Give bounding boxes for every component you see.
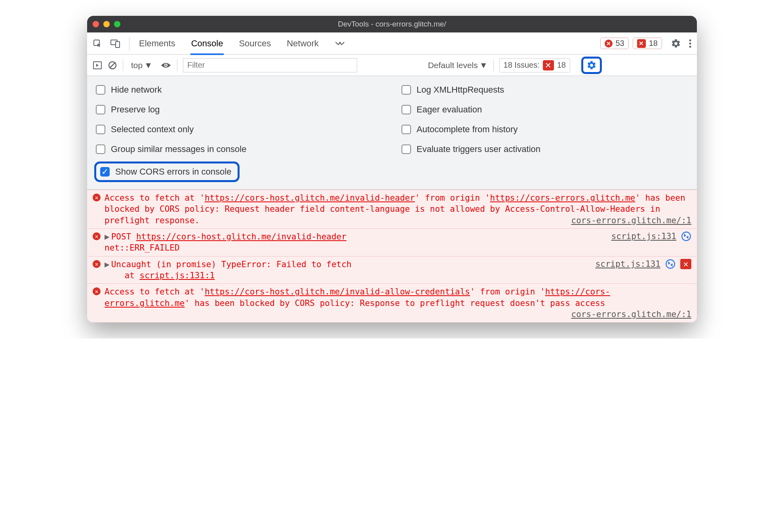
- message-text: ▶POST https://cors-host.glitch.me/invali…: [105, 231, 607, 254]
- checkbox-icon: [96, 105, 105, 114]
- network-fetch-icon[interactable]: [681, 231, 691, 241]
- setting-label: Selected context only: [111, 124, 194, 135]
- console-error-row[interactable]: ✕ Access to fetch at 'https://cors-host.…: [87, 190, 697, 229]
- inspect-icon[interactable]: [93, 39, 102, 48]
- console-settings-panel: Hide network Preserve log Selected conte…: [87, 76, 697, 190]
- message-text: Access to fetch at 'https://cors-host.gl…: [105, 192, 691, 226]
- clear-console-icon[interactable]: [108, 61, 117, 70]
- traffic-lights: [93, 21, 120, 27]
- checkbox-checked-icon: ✓: [100, 167, 110, 177]
- device-toggle-icon[interactable]: [110, 39, 120, 48]
- message-text: Access to fetch at 'https://cors-host.gl…: [105, 286, 691, 320]
- disclosure-triangle-icon[interactable]: ▶: [105, 231, 110, 242]
- setting-label: Log XMLHttpRequests: [417, 85, 504, 95]
- setting-log-xhr[interactable]: Log XMLHttpRequests: [400, 80, 690, 100]
- svg-line-8: [110, 63, 115, 68]
- setting-eager-eval[interactable]: Eager evaluation: [400, 100, 690, 120]
- live-expression-icon[interactable]: [160, 61, 171, 69]
- url-link[interactable]: https://cors-host.glitch.me/invalid-head…: [136, 232, 346, 241]
- svg-point-10: [682, 232, 691, 241]
- more-tabs-icon[interactable]: [334, 39, 346, 48]
- error-icon: ✕: [93, 232, 101, 240]
- setting-label: Eager evaluation: [417, 104, 482, 115]
- error-icon: ✕: [93, 260, 101, 268]
- setting-label: Preserve log: [111, 104, 160, 115]
- source-link[interactable]: cors-errors.glitch.me/:1: [571, 309, 691, 320]
- source-link[interactable]: script.js:131: [611, 232, 676, 241]
- checkbox-icon: [96, 144, 105, 154]
- console-messages: ✕ Access to fetch at 'https://cors-host.…: [87, 190, 697, 323]
- dropdown-triangle-icon: ▼: [144, 61, 152, 70]
- window-title: DevTools - cors-errors.glitch.me/: [87, 20, 697, 28]
- stack-link[interactable]: script.js:131:1: [140, 271, 215, 280]
- tab-console[interactable]: Console: [190, 34, 224, 55]
- console-error-row[interactable]: ✕ Access to fetch at 'https://cors-host.…: [87, 284, 697, 323]
- context-selector[interactable]: top ▼: [129, 61, 155, 70]
- setting-label: Hide network: [111, 85, 162, 95]
- console-error-row[interactable]: ✕ ▶POST https://cors-host.glitch.me/inva…: [87, 229, 697, 256]
- issues-label: 18 Issues:: [504, 61, 540, 70]
- minimize-window-button[interactable]: [103, 21, 110, 27]
- message-text: ▶Uncaught (in promise) TypeError: Failed…: [105, 259, 592, 281]
- settings-gear-icon[interactable]: [671, 38, 681, 49]
- checkbox-icon: [96, 125, 105, 134]
- svg-point-3: [689, 39, 691, 41]
- checkbox-icon: [96, 85, 105, 95]
- console-settings-button[interactable]: [581, 57, 602, 74]
- issues-count-inline: 18: [557, 61, 566, 70]
- source-link[interactable]: cors-errors.glitch.me/:1: [571, 215, 691, 226]
- main-tabbar: Elements Console Sources Network ✕ 53 ✕ …: [87, 32, 697, 55]
- console-toolbar: top ▼ Default levels ▼ 18 Issues: ✕ 18: [87, 55, 697, 76]
- log-levels-dropdown[interactable]: Default levels ▼: [428, 61, 488, 70]
- tab-network[interactable]: Network: [286, 34, 320, 53]
- error-icon: ✕: [605, 40, 613, 48]
- url-link[interactable]: https://cors-host.glitch.me/invalid-allo…: [205, 287, 470, 296]
- setting-label: Autocomplete from history: [417, 124, 518, 135]
- error-icon: ✕: [93, 287, 101, 295]
- error-icon: ✕: [93, 194, 101, 201]
- kebab-menu-icon[interactable]: [689, 39, 691, 48]
- errors-count: 53: [616, 39, 624, 48]
- issue-chat-icon[interactable]: ✕: [680, 259, 691, 269]
- svg-point-4: [689, 42, 691, 44]
- svg-point-9: [165, 65, 167, 66]
- tab-sources[interactable]: Sources: [238, 34, 272, 53]
- checkbox-icon: [402, 125, 411, 134]
- issues-summary[interactable]: 18 Issues: ✕ 18: [499, 58, 570, 72]
- setting-label: Group similar messages in console: [111, 144, 246, 154]
- tab-elements[interactable]: Elements: [138, 34, 176, 53]
- console-error-row[interactable]: ✕ ▶Uncaught (in promise) TypeError: Fail…: [87, 256, 697, 284]
- issues-badge[interactable]: ✕ 18: [633, 38, 662, 49]
- url-link[interactable]: https://cors-host.glitch.me/invalid-head…: [205, 193, 415, 203]
- sidebar-toggle-icon[interactable]: [93, 61, 102, 70]
- setting-show-cors-errors[interactable]: ✓ Show CORS errors in console: [98, 165, 234, 179]
- devtools-window: DevTools - cors-errors.glitch.me/ Elemen…: [87, 16, 697, 323]
- setting-hide-network[interactable]: Hide network: [94, 80, 384, 100]
- checkbox-icon: [402, 144, 411, 154]
- url-link[interactable]: https://cors-errors.glitch.me: [490, 193, 636, 203]
- setting-preserve-log[interactable]: Preserve log: [94, 100, 384, 120]
- close-window-button[interactable]: [93, 21, 99, 27]
- zoom-window-button[interactable]: [114, 21, 120, 27]
- setting-label: Evaluate triggers user activation: [417, 144, 540, 154]
- disclosure-triangle-icon[interactable]: ▶: [105, 259, 110, 270]
- dropdown-triangle-icon: ▼: [480, 61, 488, 70]
- levels-label: Default levels: [428, 61, 478, 70]
- filter-input[interactable]: [183, 58, 357, 72]
- setting-group-similar[interactable]: Group similar messages in console: [94, 139, 384, 159]
- context-label: top: [131, 61, 143, 70]
- setting-selected-context[interactable]: Selected context only: [94, 120, 384, 139]
- setting-label: Show CORS errors in console: [115, 167, 231, 177]
- titlebar: DevTools - cors-errors.glitch.me/: [87, 16, 697, 32]
- checkbox-icon: [402, 85, 411, 95]
- svg-point-11: [666, 260, 675, 268]
- svg-point-5: [689, 46, 691, 48]
- setting-autocomplete-history[interactable]: Autocomplete from history: [400, 120, 690, 139]
- issue-icon: ✕: [637, 39, 646, 48]
- errors-badge[interactable]: ✕ 53: [600, 38, 629, 49]
- issues-count: 18: [649, 39, 658, 48]
- source-link[interactable]: script.js:131: [596, 259, 660, 269]
- issue-chat-icon: ✕: [543, 60, 554, 70]
- network-fetch-icon[interactable]: [665, 259, 676, 269]
- setting-user-activation[interactable]: Evaluate triggers user activation: [400, 139, 690, 159]
